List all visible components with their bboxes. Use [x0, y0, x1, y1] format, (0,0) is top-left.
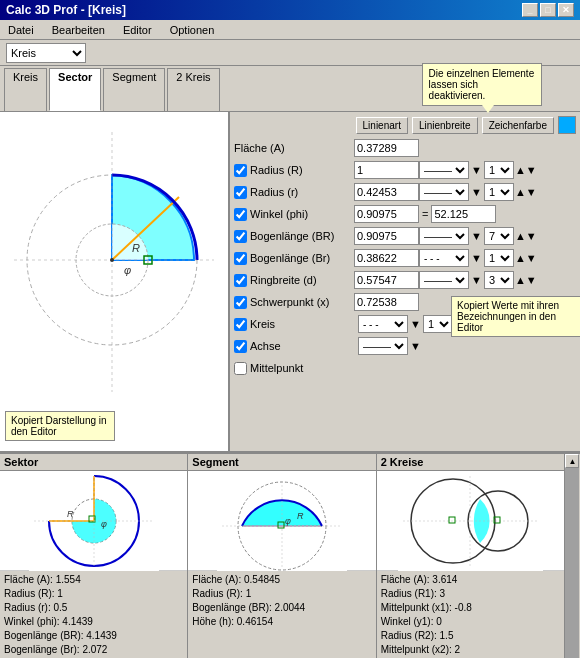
segment-values: Fläche (A): 0.54845 Radius (R): 1 Bogenl… — [188, 571, 375, 631]
label-winkel: Winkel (phi) — [234, 208, 354, 221]
vertical-scrollbar[interactable]: ▲ ▼ — [564, 454, 580, 658]
menu-optionen[interactable]: Optionen — [166, 23, 219, 37]
zwei-kreise-values: Fläche (A): 3.614 Radius (R1): 3 Mittelp… — [377, 571, 564, 658]
input-ringbreite[interactable] — [354, 271, 419, 289]
spinner-bogenlaenge-br2[interactable]: 1 — [484, 249, 514, 267]
control-bogenlaenge-br2: Bogenlänge (Br) - - - ——— ▼ 1 ▲▼ — [234, 248, 576, 268]
panel-zwei-kreise-title: 2 Kreise — [377, 454, 564, 471]
segment-drawing: φ R — [217, 471, 347, 571]
label-bogenlaenge-br2: Bogenlänge (Br) — [234, 252, 354, 265]
svg-text:φ: φ — [285, 516, 291, 526]
label-flaeche: Fläche (A) — [234, 142, 354, 154]
svg-point-9 — [110, 258, 114, 262]
linestyle-achse[interactable]: ——— — [358, 337, 408, 355]
close-button[interactable]: ✕ — [558, 3, 574, 17]
control-achse: Achse ——— ▼ Kopiert Werte mit ihren Beze… — [234, 336, 576, 356]
tab-kreis[interactable]: Kreis — [4, 68, 47, 111]
drawing-canvas: R φ — [0, 112, 228, 402]
panel-segment-canvas: φ R — [188, 471, 375, 571]
linestyle-bogenlaenge-br[interactable]: ——— — [419, 227, 469, 245]
label-ringbreite: Ringbreite (d) — [234, 274, 354, 287]
checkbox-winkel[interactable] — [234, 208, 247, 221]
input-flaeche[interactable] — [354, 139, 419, 157]
linienbreite-button[interactable]: Linienbreite — [412, 117, 478, 134]
color-swatch-blue[interactable] — [558, 116, 576, 134]
spinner-ringbreite[interactable]: 3 — [484, 271, 514, 289]
input-winkel-deg[interactable] — [431, 205, 496, 223]
checkbox-bogenlaenge-br2[interactable] — [234, 252, 247, 265]
linienart-button[interactable]: Linienart — [356, 117, 408, 134]
sektor-drawing: φ R — [29, 471, 159, 571]
input-bogenlaenge-br2[interactable] — [354, 249, 419, 267]
linestyle-radius-r2[interactable]: ——— - - - — [419, 183, 469, 201]
linestyle-bogenlaenge-br2[interactable]: - - - ——— — [419, 249, 469, 267]
window-controls[interactable]: _ □ ✕ — [522, 3, 574, 17]
label-achse: Achse — [234, 340, 354, 353]
checkbox-bogenlaenge-br[interactable] — [234, 230, 247, 243]
scroll-up-button[interactable]: ▲ — [565, 454, 579, 468]
bottom-section: Sektor φ R — [0, 452, 580, 658]
control-flaeche: Fläche (A) — [234, 138, 576, 158]
controls-panel: Linienart Linienbreite Zeichenfarbe Fläc… — [230, 112, 580, 451]
menu-datei[interactable]: Datei — [4, 23, 38, 37]
input-schwerpunkt[interactable] — [354, 293, 419, 311]
menu-bearbeiten[interactable]: Bearbeiten — [48, 23, 109, 37]
panel-sektor: Sektor φ R — [0, 454, 188, 658]
svg-text:R: R — [297, 511, 304, 521]
tooltip-deactivate: Die einzelnen Elemente lassen sich deakt… — [422, 63, 542, 106]
linestyle-ringbreite[interactable]: ——— — [419, 271, 469, 289]
tab-sector[interactable]: Sector — [49, 68, 101, 111]
label-radius-r: Radius (R) — [234, 164, 354, 177]
input-winkel[interactable] — [354, 205, 419, 223]
panel-segment: Segment φ R — [188, 454, 376, 658]
tooltip-copy-values: Kopiert Werte mit ihren Bezeichnungen in… — [451, 296, 580, 337]
tab-segment[interactable]: Segment — [103, 68, 165, 111]
panel-zwei-kreise-canvas — [377, 471, 564, 571]
main-content: R φ Kopiert Darstellung in den Editor — [0, 112, 580, 452]
svg-text:R: R — [132, 242, 140, 254]
input-radius-r2[interactable] — [354, 183, 419, 201]
checkbox-schwerpunkt[interactable] — [234, 296, 247, 309]
scroll-track — [565, 468, 579, 658]
svg-text:φ: φ — [101, 519, 107, 529]
eq-sign-winkel: = — [422, 208, 428, 220]
control-bogenlaenge-br: Bogenlänge (BR) ——— ▼ 7 ▲▼ — [234, 226, 576, 246]
panel-segment-title: Segment — [188, 454, 375, 471]
zwei-kreise-drawing — [398, 471, 543, 571]
control-radius-r: Radius (R) ——— - - - ▼ 123 ▲▼ — [234, 160, 576, 180]
checkbox-mittelpunkt[interactable] — [234, 362, 247, 375]
input-bogenlaenge-br[interactable] — [354, 227, 419, 245]
checkbox-ringbreite[interactable] — [234, 274, 247, 287]
spinner-kreis[interactable]: 1 — [423, 315, 453, 333]
panel-sektor-canvas: φ R — [0, 471, 187, 571]
input-radius-r[interactable] — [354, 161, 419, 179]
zeichenfarbe-button[interactable]: Zeichenfarbe — [482, 117, 554, 134]
menu-editor[interactable]: Editor — [119, 23, 156, 37]
shape-dropdown[interactable]: Kreis Sector Segment 2 Kreis — [6, 43, 86, 63]
control-winkel: Winkel (phi) = — [234, 204, 576, 224]
checkbox-radius-r2[interactable] — [234, 186, 247, 199]
title-bar: Calc 3D Prof - [Kreis] _ □ ✕ — [0, 0, 580, 20]
top-buttons-row: Linienart Linienbreite Zeichenfarbe — [234, 116, 576, 134]
linestyle-kreis[interactable]: - - - ——— — [358, 315, 408, 333]
checkbox-radius-r[interactable] — [234, 164, 247, 177]
checkbox-achse[interactable] — [234, 340, 247, 353]
checkbox-kreis[interactable] — [234, 318, 247, 331]
spinner-radius-r2[interactable]: 12 — [484, 183, 514, 201]
linestyle-radius-r[interactable]: ——— - - - — [419, 161, 469, 179]
drawing-panel: R φ Kopiert Darstellung in den Editor — [0, 112, 230, 451]
tab-2kreis[interactable]: 2 Kreis — [167, 68, 219, 111]
minimize-button[interactable]: _ — [522, 3, 538, 17]
label-kreis: Kreis — [234, 318, 354, 331]
window-title: Calc 3D Prof - [Kreis] — [6, 3, 126, 17]
label-mittelpunkt: Mittelpunkt — [234, 362, 354, 375]
menu-bar: Datei Bearbeiten Editor Optionen — [0, 20, 580, 40]
control-radius-r2: Radius (r) ——— - - - ▼ 12 ▲▼ — [234, 182, 576, 202]
maximize-button[interactable]: □ — [540, 3, 556, 17]
panel-sektor-title: Sektor — [0, 454, 187, 471]
spinner-radius-r[interactable]: 123 — [484, 161, 514, 179]
spinner-bogenlaenge-br[interactable]: 7 — [484, 227, 514, 245]
tooltip-copy-display: Kopiert Darstellung in den Editor — [5, 411, 115, 441]
panel-zwei-kreise: 2 Kreise Fläche (A): 3.614 Radius (R1): … — [377, 454, 564, 658]
label-radius-r2: Radius (r) — [234, 186, 354, 199]
